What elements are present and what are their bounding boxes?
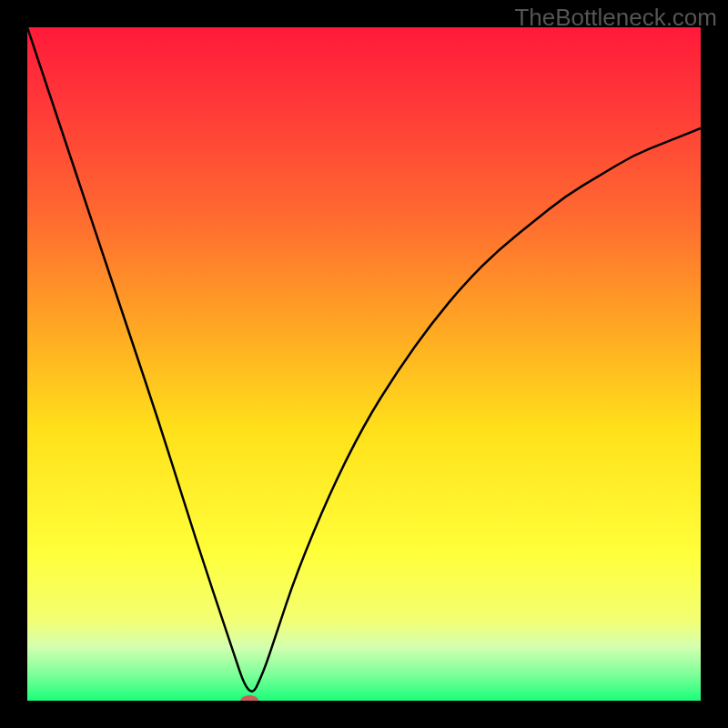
- plot-area: [27, 27, 701, 701]
- curve-layer: [27, 27, 701, 701]
- bottleneck-curve: [27, 27, 701, 692]
- optimal-marker: [240, 695, 258, 701]
- chart-container: TheBottleneck.com: [0, 0, 728, 728]
- watermark-text: TheBottleneck.com: [514, 4, 717, 32]
